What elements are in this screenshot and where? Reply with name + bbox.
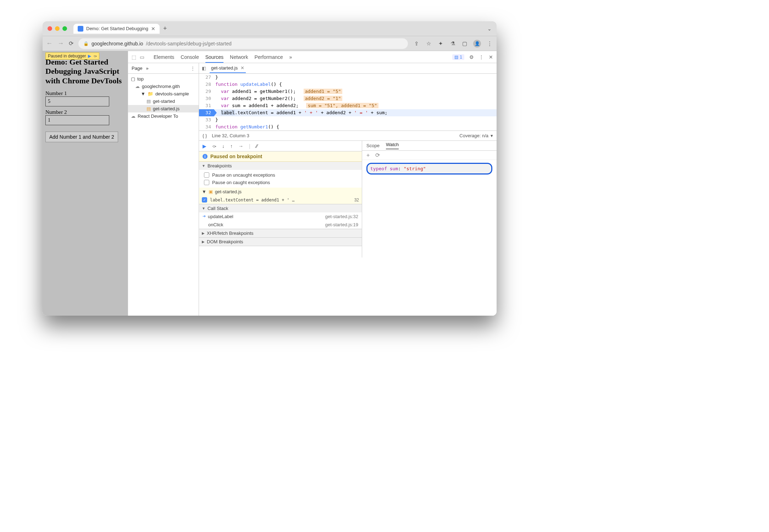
forward-button[interactable]: →	[57, 40, 64, 47]
watch-expression[interactable]: typeof sum: "string"	[366, 163, 492, 174]
settings-icon[interactable]: ⚙	[469, 54, 474, 60]
more-icon[interactable]: ⋮	[479, 54, 484, 60]
code-editor[interactable]: 27} 28function updateLabel() { 29 var ad…	[199, 74, 497, 131]
stack-frame[interactable]: onClickget-started.js:19	[199, 221, 362, 229]
label-number1: Number 1	[45, 90, 125, 96]
tab-elements[interactable]: Elements	[154, 54, 174, 60]
info-icon: i	[203, 154, 208, 159]
tab-network[interactable]: Network	[230, 54, 248, 60]
resume-button[interactable]: ▶	[203, 143, 206, 149]
url-path: /devtools-samples/debug-js/get-started	[146, 41, 232, 46]
deactivate-bp-button[interactable]: ⁄⁄	[256, 143, 258, 149]
coverage-label: Coverage: n/a	[459, 133, 488, 138]
minimize-window-button[interactable]	[55, 26, 60, 31]
issues-badge[interactable]: ▤ 1	[452, 54, 464, 60]
close-tab-icon[interactable]: ✕	[151, 26, 155, 32]
paused-message: i Paused on breakpoint	[199, 151, 362, 162]
nav-page-tab[interactable]: Page	[132, 66, 142, 71]
add-watch-button[interactable]: +	[366, 152, 370, 159]
pause-caught-toggle[interactable]: Pause on caught exceptions	[202, 179, 359, 186]
tree-html[interactable]: ▤get-started	[128, 98, 199, 105]
coverage-toggle-icon[interactable]: ▾	[491, 133, 493, 138]
rendered-page: Paused in debugger ▶ ⤼ Demo: Get Started…	[43, 51, 128, 316]
step-into-button[interactable]: ↓	[222, 143, 225, 149]
paused-label: Paused in debugger	[48, 54, 86, 59]
breakpoint-gutter[interactable]: 32	[199, 109, 214, 116]
input-number2[interactable]	[45, 115, 109, 125]
breakpoints-header[interactable]: ▼Breakpoints	[199, 162, 362, 170]
tab-sources[interactable]: Sources	[205, 54, 223, 63]
address-field[interactable]: 🔒 googlechrome.github.io/devtools-sample…	[78, 38, 408, 49]
file-tab[interactable]: get-started.js ✕	[210, 63, 246, 73]
maximize-window-button[interactable]	[62, 26, 67, 31]
nav-more[interactable]: »	[146, 66, 148, 71]
new-tab-button[interactable]: +	[163, 25, 167, 32]
toggle-navigator-icon[interactable]: ◧	[202, 66, 206, 71]
url-host: googlechrome.github.io	[92, 41, 143, 46]
pause-uncaught-toggle[interactable]: Pause on uncaught exceptions	[202, 171, 359, 179]
tab-title: Demo: Get Started Debugging	[86, 26, 148, 31]
close-devtools-icon[interactable]: ✕	[489, 54, 493, 60]
callstack-header[interactable]: ▼Call Stack	[199, 204, 362, 212]
overlay-step-icon[interactable]: ⤼	[93, 54, 97, 59]
cursor-position: Line 32, Column 3	[212, 133, 249, 138]
add-button[interactable]: Add Number 1 and Number 2	[45, 132, 118, 142]
tree-top[interactable]: ▢top	[128, 75, 199, 83]
scope-tab[interactable]: Scope	[366, 143, 380, 148]
dom-bp-header[interactable]: ▶DOM Breakpoints	[199, 238, 362, 246]
file-navigator: Page » ⋮ ▢top ☁googlechrome.gith ▼📁devto…	[128, 63, 199, 316]
nav-menu-icon[interactable]: ⋮	[190, 66, 195, 71]
step-button[interactable]: →	[238, 143, 243, 149]
overlay-resume-icon[interactable]: ▶	[88, 54, 91, 59]
lock-icon: 🔒	[83, 41, 89, 46]
favicon-icon	[78, 26, 83, 32]
url-bar: ← → ⟳ 🔒 googlechrome.github.io/devtools-…	[43, 36, 497, 51]
format-icon[interactable]: { }	[203, 133, 207, 138]
devtools: ⬚ ▭ Elements Console Sources Network Per…	[128, 51, 497, 316]
close-window-button[interactable]	[48, 26, 52, 31]
tabs-more[interactable]: »	[289, 54, 292, 60]
bookmark-icon[interactable]: ☆	[425, 40, 432, 47]
xhr-bp-header[interactable]: ▶XHR/fetch Breakpoints	[199, 229, 362, 237]
stack-frame[interactable]: updateLabelget-started.js:32	[199, 212, 362, 221]
tab-list-button[interactable]: ⌄	[487, 26, 492, 32]
tree-folder[interactable]: ▼📁devtools-sample	[128, 90, 199, 98]
share-icon[interactable]: ⇪	[413, 40, 420, 47]
editor-status: { } Line 32, Column 3 Coverage: n/a▾	[199, 131, 497, 140]
profile-avatar[interactable]: 👤	[473, 40, 481, 48]
bp-file-row[interactable]: ▼▣get-started.js	[199, 188, 362, 196]
tab-performance[interactable]: Performance	[254, 54, 283, 60]
refresh-watch-button[interactable]: ⟳	[375, 152, 380, 159]
paused-overlay: Paused in debugger ▶ ⤼	[45, 52, 99, 60]
tree-extension[interactable]: ☁React Developer To	[128, 112, 199, 120]
step-out-button[interactable]: ↑	[230, 143, 233, 149]
label-number2: Number 2	[45, 109, 125, 115]
panel-icon[interactable]: ▢	[461, 40, 468, 47]
device-icon[interactable]: ▭	[140, 54, 144, 60]
inspect-icon[interactable]: ⬚	[132, 54, 136, 60]
menu-icon[interactable]: ⋮	[486, 40, 493, 47]
debugger-left: ▶ ⤼ ↓ ↑ → | ⁄⁄ i Paused on breakpoint	[199, 141, 362, 257]
labs-icon[interactable]: ⚗	[449, 40, 456, 47]
devtools-tabs: ⬚ ▭ Elements Console Sources Network Per…	[128, 51, 497, 63]
window-controls	[48, 26, 67, 31]
input-number1[interactable]	[45, 96, 109, 106]
debugger-right: Scope Watch + ⟳ typeof sum: "string"	[362, 141, 497, 257]
step-over-button[interactable]: ⤼	[212, 143, 216, 149]
tree-js[interactable]: ▤get-started.js	[128, 105, 199, 112]
titlebar: Demo: Get Started Debugging ✕ + ⌄	[43, 21, 497, 36]
page-title: Demo: Get Started Debugging JavaScript w…	[45, 57, 125, 85]
back-button[interactable]: ←	[46, 40, 52, 47]
close-file-icon[interactable]: ✕	[240, 65, 244, 71]
bp-line-row[interactable]: ✓label.textContent = addend1 + ' …32	[199, 196, 362, 204]
reload-button[interactable]: ⟳	[69, 40, 73, 47]
browser-tab[interactable]: Demo: Get Started Debugging ✕	[73, 24, 160, 34]
tree-host[interactable]: ☁googlechrome.gith	[128, 83, 199, 90]
editor-column: ◧ get-started.js ✕ 27} 28function update…	[199, 63, 497, 316]
tab-console[interactable]: Console	[181, 54, 199, 60]
watch-tab[interactable]: Watch	[386, 142, 399, 149]
extensions-icon[interactable]: ✦	[437, 40, 444, 47]
